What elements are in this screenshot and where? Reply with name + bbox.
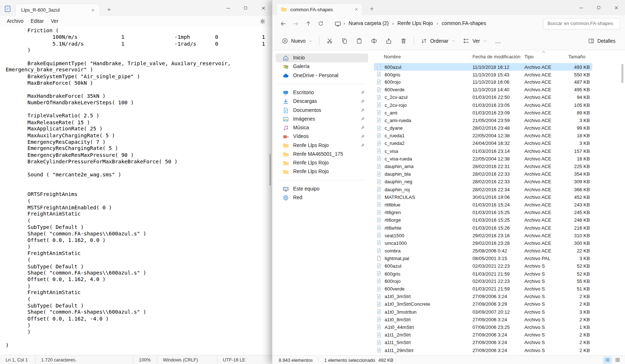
refresh-button[interactable] xyxy=(314,17,326,30)
minimize-button[interactable] xyxy=(572,0,590,15)
breadcrumb-item[interactable]: common.FA-shapes xyxy=(439,20,489,28)
column-header-tipo[interactable]: Tipo xyxy=(522,53,566,60)
sidebar-item-inicio[interactable]: Inicio xyxy=(276,54,368,62)
file-row[interactable]: 600verde11/10/2018 14:40Archivo ACE495 K… xyxy=(374,86,592,94)
file-row[interactable]: A1t0_44mStrt07/06/2006 23:25Archivo S1 K… xyxy=(374,323,592,331)
maximize-button[interactable] xyxy=(590,0,607,15)
explorer-tab[interactable]: common.FA-shapes xyxy=(276,3,363,15)
file-row[interactable]: 600azul11/10/2018 16:12Archivo ACE493 KB xyxy=(374,63,592,71)
maximize-button[interactable] xyxy=(237,0,254,16)
notepad-scrollbar-thumb[interactable] xyxy=(270,154,271,185)
file-row[interactable]: smca100029/02/2016 23:28Archivo ACE300 K… xyxy=(374,239,592,247)
cut-button[interactable] xyxy=(322,34,337,47)
file-row[interactable]: sombra25/08/2006 0:42Archivo ACE22 KB xyxy=(374,247,592,255)
file-row[interactable]: rlt6gren01/03/2016 15:25Archivo ACE245 K… xyxy=(374,209,592,216)
file-row[interactable]: a1t0_3mStrt27/09/2006 3:24Archivo S2 KB xyxy=(374,293,592,301)
paste-button[interactable] xyxy=(352,34,367,47)
notepad-tab[interactable]: Llps_R-600_3azul xyxy=(15,4,100,16)
file-row[interactable]: a1t0_8mStrt27/09/2006 3:24Archivo S2 KB xyxy=(374,316,592,323)
zoom-level[interactable]: 100% xyxy=(133,355,157,364)
file-row[interactable]: 600verde01/03/2021 21:59Archivo S51 KB xyxy=(374,285,592,293)
sidebar-item-red[interactable]: Red xyxy=(276,193,368,202)
new-button[interactable]: Nuevo xyxy=(278,34,316,47)
file-row[interactable]: c_ami-rueda21/05/2004 23:59Archivo ACE3 … xyxy=(374,117,592,124)
file-row[interactable]: 600gris01/03/2021 21:59Archivo S52 KB xyxy=(374,270,592,277)
details-view-toggle[interactable] xyxy=(603,356,612,364)
notepad-editor[interactable]: Friction ( 100N/m/s 1 -1mph 0 1 5.1N/rad… xyxy=(0,26,272,355)
delete-button[interactable] xyxy=(396,34,411,47)
sidebar-item-descargas[interactable]: Descargas xyxy=(276,97,368,106)
file-row[interactable]: a1t0_3mStrtConcrete27/09/2006 3:29Archiv… xyxy=(374,301,592,308)
column-header-nombre[interactable]: Nombre xyxy=(374,53,470,60)
sidebar-item-renfe-llps-rojo[interactable]: Renfe Llps Rojo xyxy=(276,167,368,176)
sidebar-item-m-sica[interactable]: Música xyxy=(276,124,368,132)
file-row[interactable]: c_dyane28/02/2016 23:48Archivo ACE99 KB xyxy=(374,124,592,132)
search-input[interactable]: Buscar en common.FA-shapes xyxy=(543,18,620,29)
menu-editar[interactable]: Editar xyxy=(27,17,47,25)
file-row[interactable]: c_visa01/03/2016 23:14Archivo ACE157 KB xyxy=(374,147,592,155)
close-button[interactable] xyxy=(254,0,272,16)
sidebar-item-este-equipo[interactable]: Este equipo xyxy=(276,184,368,193)
file-row[interactable]: c_rueda224/04/2004 16:32Archivo ACE3 KB xyxy=(374,140,592,147)
menu-ver[interactable]: Ver xyxy=(47,17,62,25)
file-row[interactable]: c_rueda122/05/2004 12:38Archivo ACE18 KB xyxy=(374,132,592,139)
file-row[interactable]: seat150029/02/2016 23:16Archivo ACE310 K… xyxy=(374,231,592,239)
share-button[interactable] xyxy=(382,34,396,47)
more-button[interactable]: … xyxy=(491,34,505,47)
minimize-button[interactable] xyxy=(219,0,237,16)
column-header-tamano[interactable]: Tamaño xyxy=(566,53,591,60)
sidebar-item-documentos[interactable]: Documentos xyxy=(276,106,368,114)
sidebar-item-im-genes[interactable]: Imágenes xyxy=(276,114,368,123)
back-button[interactable] xyxy=(277,17,289,30)
file-row[interactable]: c_2cv-rojo01/03/2016 23:05Archivo ACE105… xyxy=(374,101,592,109)
encoding[interactable]: UTF-16 LE xyxy=(217,355,272,364)
file-row[interactable]: c_2cv-azul01/03/2016 22:50Archivo ACE94 … xyxy=(374,94,592,101)
forward-button[interactable] xyxy=(289,17,302,30)
file-row[interactable]: rlt6orge01/03/2016 15:25Archivo ACE248 K… xyxy=(374,216,592,224)
sidebar-item-renfe-ma465001-175[interactable]: Renfe MA465001_175 xyxy=(276,150,368,158)
file-row[interactable]: MATRICULAS30/01/2016 19:06Archivo ACE452… xyxy=(374,193,592,201)
tab-close-icon[interactable] xyxy=(353,6,360,13)
sidebar-item-renfe-llps-rojo[interactable]: Renfe Llps Rojo xyxy=(276,159,368,167)
view-button[interactable]: Ver xyxy=(459,34,491,47)
file-row[interactable]: dauphin_roj28/02/2016 22:34Archivo ACE36… xyxy=(374,186,592,193)
new-tab-button[interactable] xyxy=(105,5,113,14)
sidebar-item-onedrive-personal[interactable]: OneDrive - Personal xyxy=(276,71,368,80)
file-row[interactable]: dauphin_neg28/02/2016 22:33Archivo ACE30… xyxy=(374,178,592,185)
new-tab-button[interactable] xyxy=(367,4,376,13)
menu-archivo[interactable]: Archivo xyxy=(3,17,27,25)
file-row[interactable]: 600gris11/10/2018 15:43Archivo ACE550 KB xyxy=(374,71,592,78)
file-row[interactable]: a1t1_5mStrt27/09/2006 3:24Archivo S2 KB xyxy=(374,339,592,347)
file-row[interactable]: c_visa-rueda22/05/2004 12:38Archivo ACE1… xyxy=(374,155,592,163)
file-list-scrollbar-thumb[interactable] xyxy=(621,64,624,83)
rename-button[interactable] xyxy=(367,34,382,47)
breadcrumb-item[interactable]: Renfe Llps Rojo xyxy=(395,20,436,28)
tab-close-icon[interactable] xyxy=(89,7,96,14)
file-row[interactable]: dauphin_bla28/02/2016 22:33Archivo ACE35… xyxy=(374,170,592,178)
sidebar-item-galer-a[interactable]: Galería xyxy=(276,62,368,71)
notepad-text[interactable]: Friction ( 100N/m/s 1 -1mph 0 1 5.1N/rad… xyxy=(0,26,268,355)
details-pane-button[interactable]: Detalles xyxy=(584,34,619,47)
breadcrumb-item[interactable]: Nueva carpeta (2) xyxy=(346,20,392,28)
file-row[interactable]: c_ami01/03/2016 23:09Archivo ACE89 KB xyxy=(374,109,592,117)
sidebar-item-escritorio[interactable]: Escritorio xyxy=(276,88,368,97)
file-row[interactable]: dauphin_ama28/02/2016 22:31Archivo ACE22… xyxy=(374,163,592,170)
sidebar-item-renfe-llps-rojo[interactable]: Renfe Llps Rojo xyxy=(276,141,368,150)
column-header-fecha[interactable]: Fecha de modificación xyxy=(470,53,522,60)
file-row[interactable]: rlt6blue01/03/2016 15:24Archivo ACE243 K… xyxy=(374,201,592,209)
eol-format[interactable]: Windows (CRLF) xyxy=(157,355,217,364)
close-button[interactable] xyxy=(608,0,625,15)
up-button[interactable] xyxy=(302,17,314,30)
settings-gear-icon[interactable] xyxy=(258,17,267,25)
file-row[interactable]: rlt6whte01/03/2016 15:26Archivo ACE216 K… xyxy=(374,224,592,231)
file-row[interactable]: a1t1_2mStrt27/09/2006 3:24Archivo S2 KB xyxy=(374,331,592,339)
file-row[interactable]: lightmat.pal08/05/2001 3:15Archivo PAL3 … xyxy=(374,255,592,262)
sidebar-item-v-deos[interactable]: Vídeos xyxy=(276,132,368,141)
file-row[interactable]: 600rojo02/03/2021 22:23Archivo S55 KB xyxy=(374,277,592,285)
copy-button[interactable] xyxy=(337,34,352,47)
file-row[interactable]: a1t0_3mstrttun03/09/2007 20:12Archivo S3… xyxy=(374,308,592,316)
file-row[interactable]: 600azul02/03/2021 22:23Archivo S52 KB xyxy=(374,262,592,270)
icons-view-toggle[interactable] xyxy=(613,356,622,364)
sort-button[interactable]: Ordenar xyxy=(417,34,459,47)
file-row[interactable]: 600rojo11/10/2018 16:06Archivo ACE487 KB xyxy=(374,78,592,86)
